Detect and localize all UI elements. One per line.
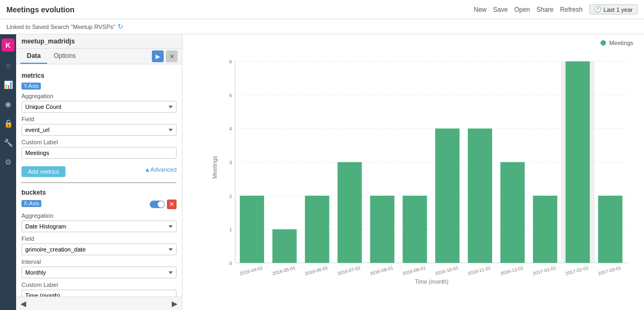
index-name: meetup_madridjs — [16, 34, 182, 49]
bucket-header: X-Axis ✕ — [21, 200, 177, 209]
svg-text:6: 6 — [229, 58, 232, 64]
svg-text:1: 1 — [229, 226, 232, 232]
left-panel: meetup_madridjs Data Options ▶ ✕ metrics… — [16, 34, 182, 310]
legend-label: Meetings — [609, 40, 633, 46]
bar-chart: Meetings 0 1 2 — [209, 45, 633, 290]
main-content: K ○ 📊 ◉ 🔒 🔧 ⚙ meetup_madridjs Data Optio… — [0, 34, 644, 310]
bar-2017-03[interactable] — [598, 196, 622, 263]
bar-2016-04[interactable] — [240, 196, 264, 263]
tab-options[interactable]: Options — [47, 49, 82, 64]
field-select[interactable]: event_url — [21, 124, 177, 136]
bucket-aggregation-label: Aggregation — [21, 212, 177, 219]
bucket-custom-label-input[interactable] — [21, 290, 177, 297]
nav-icon-management[interactable]: ⚙ — [3, 157, 13, 167]
interval-select[interactable]: Monthly — [21, 267, 177, 278]
bucket-field-select[interactable]: grimoire_creation_date — [21, 243, 177, 255]
y-axis-label-row: Y-Axis — [21, 83, 177, 90]
bar-2016-11[interactable] — [468, 129, 492, 263]
bar-2016-05[interactable] — [273, 230, 297, 263]
scroll-up-button[interactable]: ◀ — [18, 298, 28, 309]
svg-text:2016-09-01: 2016-09-01 — [402, 265, 427, 276]
aggregation-select[interactable]: Unique Count — [21, 101, 177, 113]
svg-text:0: 0 — [229, 260, 232, 266]
svg-text:2017-03-01: 2017-03-01 — [597, 265, 622, 276]
remove-bucket-button[interactable]: ✕ — [167, 200, 177, 209]
buckets-section: buckets X-Axis ✕ — [21, 189, 177, 297]
nav-icon-dashboard[interactable]: ◉ — [3, 99, 13, 109]
bar-2016-10[interactable] — [435, 129, 459, 263]
save-button[interactable]: Save — [493, 6, 508, 13]
x-axis-title: Time (month) — [415, 278, 449, 285]
new-button[interactable]: New — [474, 6, 487, 13]
top-bar: Meetings evolution New Save Open Share R… — [0, 0, 644, 19]
time-range-label: Last 1 year — [604, 6, 633, 13]
buckets-title: buckets — [21, 189, 177, 196]
panel-body: metrics Y-Axis Aggregation Unique Count … — [16, 64, 182, 297]
y-axis-badge-text: Y-Axis — [24, 83, 39, 89]
bar-2017-02[interactable] — [566, 61, 590, 263]
interval-label: Interval — [21, 259, 177, 265]
y-axis-title: Meetings — [211, 156, 218, 179]
metrics-section: metrics Y-Axis Aggregation Unique Count … — [21, 72, 177, 177]
panel-controls: ▶ ✕ — [152, 50, 178, 62]
custom-label-label: Custom Label — [21, 139, 177, 145]
linked-search-label: Linked to Saved Search "Meetup RVSPs" — [6, 24, 115, 30]
legend-dot — [601, 40, 606, 46]
page-title: Meetings evolution — [6, 5, 75, 14]
sub-bar: Linked to Saved Search "Meetup RVSPs" ↻ — [0, 19, 644, 34]
nav-icon-discover[interactable]: ○ — [3, 60, 13, 71]
svg-text:2016-08-01: 2016-08-01 — [369, 265, 394, 276]
bucket-toggle[interactable] — [150, 201, 165, 208]
chart-area: Meetings Meetings — [182, 34, 644, 310]
bucket-controls: ✕ — [150, 200, 177, 209]
play-button[interactable]: ▶ — [152, 50, 164, 62]
svg-text:4: 4 — [229, 126, 232, 131]
chart-wrapper: Meetings Meetings — [182, 34, 644, 310]
clock-icon: 🕐 — [594, 6, 602, 13]
metrics-title: metrics — [21, 72, 177, 79]
aggregation-label: Aggregation — [21, 93, 177, 99]
bar-2017-01[interactable] — [533, 196, 557, 263]
icon-sidebar: K ○ 📊 ◉ 🔒 🔧 ⚙ — [0, 34, 16, 310]
advanced-link[interactable]: ▲Advanced — [144, 166, 177, 173]
nav-icon-timelion[interactable]: 🔒 — [3, 118, 13, 129]
bar-2016-07[interactable] — [338, 162, 362, 263]
tab-data[interactable]: Data — [20, 49, 47, 64]
nav-icon-visualize[interactable]: 📊 — [3, 79, 13, 90]
custom-label-input[interactable]: Meetings — [21, 147, 177, 159]
svg-text:2016-07-01: 2016-07-01 — [337, 265, 362, 276]
scroll-down-button[interactable]: ▶ — [170, 298, 180, 309]
share-button[interactable]: Share — [537, 6, 554, 13]
x-axis-badge-text: X-Axis — [24, 201, 39, 206]
svg-text:2016-04-01: 2016-04-01 — [239, 265, 264, 276]
bar-2016-08[interactable] — [370, 196, 394, 263]
svg-text:5: 5 — [229, 92, 232, 98]
svg-text:2016-05-01: 2016-05-01 — [272, 265, 296, 276]
scroll-nav: ◀ ▶ — [16, 297, 182, 310]
linked-search-text: Linked to Saved Search "Meetup RVSPs" ↻ — [6, 23, 123, 31]
bar-2016-09[interactable] — [402, 196, 427, 263]
top-bar-right: New Save Open Share Refresh 🕐 Last 1 yea… — [474, 4, 638, 14]
y-axis-badge: Y-Axis — [21, 83, 41, 90]
time-range-badge[interactable]: 🕐 Last 1 year — [589, 4, 638, 14]
bucket-field-label: Field — [21, 235, 177, 242]
refresh-button[interactable]: Refresh — [560, 6, 583, 13]
bar-2016-06[interactable] — [305, 196, 329, 263]
refresh-link-icon[interactable]: ↻ — [118, 23, 123, 31]
svg-text:2016-10-01: 2016-10-01 — [435, 265, 459, 276]
x-axis-label-row: X-Axis — [21, 200, 41, 207]
bucket-aggregation-select[interactable]: Date Histogram — [21, 220, 177, 232]
bar-2016-12[interactable] — [500, 162, 524, 263]
app-logo: K — [2, 39, 14, 51]
x-axis-badge: X-Axis — [21, 200, 41, 207]
panel-tabs: Data Options ▶ ✕ — [16, 49, 182, 64]
nav-icon-dev-tools[interactable]: 🔧 — [3, 137, 13, 148]
close-panel-button[interactable]: ✕ — [166, 50, 178, 62]
open-button[interactable]: Open — [514, 6, 530, 13]
field-label: Field — [21, 116, 177, 122]
svg-text:2: 2 — [229, 193, 232, 199]
bucket-custom-label-label: Custom Label — [21, 282, 177, 288]
chart-legend: Meetings — [601, 40, 633, 46]
top-bar-left: Meetings evolution — [6, 5, 75, 14]
add-metrics-button[interactable]: Add metrics — [21, 166, 65, 177]
